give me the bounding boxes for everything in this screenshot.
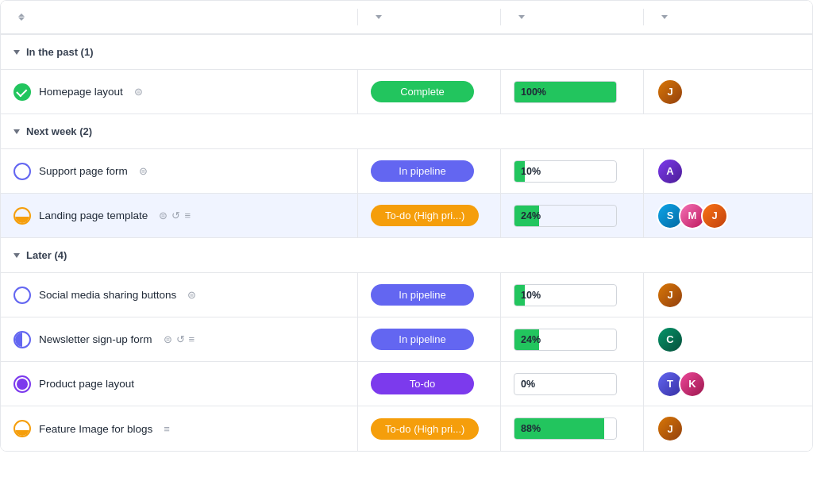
col-task-title[interactable] <box>1 9 358 25</box>
task-name[interactable]: Support page form <box>39 165 128 177</box>
task-name[interactable]: Feature Image for blogs <box>39 423 152 435</box>
task-name[interactable]: Homepage layout <box>39 86 123 98</box>
task-status-icon[interactable] <box>13 207 31 225</box>
progress-label: 100% <box>514 87 553 98</box>
table-row: Feature Image for blogs ≡ To-do (High pr… <box>1 406 812 451</box>
task-status-icon[interactable] <box>13 163 31 180</box>
table-row: Product page layout To-do 0% TK <box>1 362 812 406</box>
progress-bar: 24% <box>514 205 617 227</box>
avatar-group: C <box>657 326 684 353</box>
progress-label: 0% <box>514 379 541 390</box>
stage-badge[interactable]: To-do (High pri...) <box>371 205 479 226</box>
progress-label: 10% <box>514 166 547 177</box>
avatar-group: TK <box>657 371 706 398</box>
list-icon[interactable]: ≡ <box>189 333 195 345</box>
progress-cell: 10% <box>501 149 644 193</box>
group-chevron-icon <box>13 253 20 258</box>
task-status-icon[interactable] <box>13 287 31 304</box>
stage-badge[interactable]: In pipeline <box>371 329 474 350</box>
progress-cell: 100% <box>501 70 644 113</box>
avatar-group: J <box>657 282 684 309</box>
group-label: Later (4) <box>26 249 67 261</box>
avatar-group: SMJ <box>657 202 728 229</box>
chevron-down-icon <box>376 15 382 19</box>
avatar: K <box>679 371 706 398</box>
task-title-cell: Homepage layout ⊜ <box>1 70 358 113</box>
stage-cell: In pipeline <box>358 273 501 317</box>
progress-bar: 100% <box>514 81 617 103</box>
task-status-icon[interactable] <box>13 420 31 437</box>
assigned-cell: J <box>644 70 771 113</box>
assigned-cell: J <box>644 273 771 317</box>
stage-badge[interactable]: To-do (High pri...) <box>371 418 479 440</box>
stage-badge[interactable]: In pipeline <box>371 160 474 182</box>
link-icon[interactable]: ⊜ <box>164 333 172 345</box>
task-action-icons: ⊜ <box>134 86 143 98</box>
chevron-down-icon <box>661 15 668 19</box>
task-title-cell: Landing page template ⊜↺≡ <box>1 194 358 237</box>
task-action-icons: ⊜ <box>139 165 148 177</box>
link-icon[interactable]: ⊜ <box>139 165 148 177</box>
avatar-group: A <box>657 158 684 185</box>
repeat-icon[interactable]: ↺ <box>176 333 185 345</box>
stage-badge[interactable]: In pipeline <box>371 284 474 306</box>
stage-cell: To-do (High pri...) <box>358 194 501 237</box>
progress-cell: 10% <box>501 273 644 317</box>
task-name[interactable]: Landing page template <box>39 210 148 221</box>
group-header-later[interactable]: Later (4) <box>1 238 812 273</box>
col-progress[interactable] <box>501 9 644 25</box>
stage-cell: Complete <box>358 70 501 113</box>
assigned-cell: SMJ <box>644 194 771 237</box>
progress-cell: 24% <box>501 194 644 237</box>
task-name[interactable]: Product page layout <box>39 378 134 390</box>
chevron-down-icon <box>518 15 525 19</box>
avatar-group: J <box>657 415 684 442</box>
task-status-icon[interactable] <box>13 83 31 101</box>
task-action-icons: ⊜ <box>187 289 196 301</box>
progress-label: 88% <box>514 423 547 434</box>
task-action-icons: ⊜↺≡ <box>164 333 195 345</box>
assigned-cell: TK <box>644 362 771 406</box>
avatar: A <box>657 158 684 185</box>
table-row: Newsletter sign-up form ⊜↺≡ In pipeline … <box>1 317 812 362</box>
stage-cell: To-do <box>358 362 501 406</box>
sort-icon[interactable] <box>18 13 25 21</box>
link-icon[interactable]: ⊜ <box>187 289 196 301</box>
list-icon[interactable]: ≡ <box>164 423 170 435</box>
progress-bar: 10% <box>514 160 617 183</box>
group-header-next-week[interactable]: Next week (2) <box>1 114 812 149</box>
progress-label: 24% <box>514 334 547 345</box>
progress-bar: 10% <box>514 284 617 306</box>
task-table: In the past (1) Homepage layout ⊜ Comple… <box>0 0 813 452</box>
group-header-in-the-past[interactable]: In the past (1) <box>1 35 812 70</box>
task-status-icon[interactable] <box>13 375 31 393</box>
avatar: C <box>657 326 684 353</box>
table-row: Homepage layout ⊜ Complete 100% J <box>1 70 812 114</box>
table-row: Landing page template ⊜↺≡ To-do (High pr… <box>1 194 812 238</box>
col-assigned[interactable] <box>644 9 771 25</box>
assigned-cell: J <box>644 406 771 451</box>
progress-label: 10% <box>514 290 547 301</box>
progress-bar: 0% <box>514 373 617 395</box>
groups-container: In the past (1) Homepage layout ⊜ Comple… <box>1 35 812 451</box>
task-title-cell: Support page form ⊜ <box>1 149 358 193</box>
task-status-icon[interactable] <box>13 331 31 348</box>
progress-label: 24% <box>514 210 547 221</box>
task-name[interactable]: Social media sharing buttons <box>39 289 176 301</box>
avatar-group: J <box>657 79 684 106</box>
stage-cell: In pipeline <box>358 149 501 193</box>
task-name[interactable]: Newsletter sign-up form <box>39 333 152 345</box>
assigned-cell: C <box>644 317 771 361</box>
link-icon[interactable]: ⊜ <box>134 86 143 98</box>
repeat-icon[interactable]: ↺ <box>171 210 180 221</box>
stage-cell: To-do (High pri...) <box>358 406 501 451</box>
stage-badge[interactable]: To-do <box>371 373 474 394</box>
avatar: J <box>657 282 684 309</box>
task-title-cell: Feature Image for blogs ≡ <box>1 406 358 451</box>
col-stage[interactable] <box>358 9 501 25</box>
stage-badge[interactable]: Complete <box>371 81 474 102</box>
group-chevron-icon <box>13 50 20 55</box>
link-icon[interactable]: ⊜ <box>159 210 168 221</box>
progress-cell: 0% <box>501 362 644 406</box>
list-icon[interactable]: ≡ <box>184 210 191 221</box>
